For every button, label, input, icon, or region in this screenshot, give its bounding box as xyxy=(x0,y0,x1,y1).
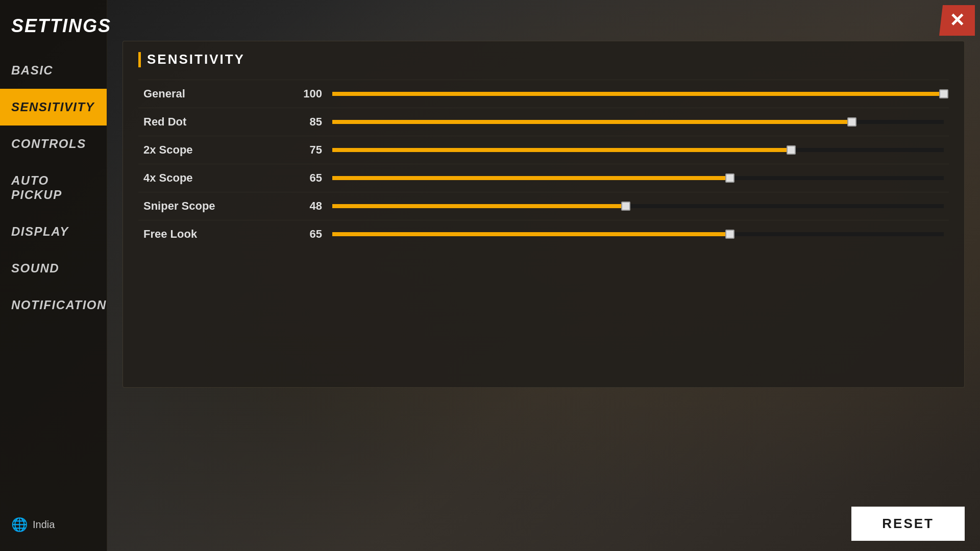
sidebar-item-basic[interactable]: BASIC xyxy=(0,52,107,89)
slider-value-4: 48 xyxy=(286,199,322,213)
sidebar-nav: BASICSENSITIVITYCONTROLSAUTO PICKUPDISPL… xyxy=(0,52,107,509)
slider-track-container-5 xyxy=(332,229,944,239)
slider-row-0: General100 xyxy=(138,80,949,108)
slider-track-container-4 xyxy=(332,201,944,211)
slider-label-5: Free Look xyxy=(143,228,286,241)
slider-row-3: 4x Scope65 xyxy=(138,164,949,192)
slider-track-container-1 xyxy=(332,117,944,127)
slider-thumb-5[interactable] xyxy=(725,230,734,239)
slider-track-3[interactable] xyxy=(332,176,944,180)
slider-thumb-0[interactable] xyxy=(939,89,948,98)
slider-row-1: Red Dot85 xyxy=(138,108,949,136)
sidebar-footer: 🌐 India xyxy=(0,509,107,541)
slider-thumb-3[interactable] xyxy=(725,173,734,183)
section-header: SENSITIVITY xyxy=(138,52,949,67)
slider-label-0: General xyxy=(143,87,286,101)
sidebar-item-auto-pickup[interactable]: AUTO PICKUP xyxy=(0,162,107,213)
slider-label-4: Sniper Scope xyxy=(143,199,286,213)
sidebar-item-sensitivity[interactable]: SENSITIVITY xyxy=(0,89,107,126)
slider-thumb-2[interactable] xyxy=(787,145,796,155)
slider-fill-5 xyxy=(332,232,730,236)
slider-fill-3 xyxy=(332,176,730,180)
slider-value-0: 100 xyxy=(286,87,322,101)
slider-track-5[interactable] xyxy=(332,232,944,236)
slider-label-3: 4x Scope xyxy=(143,171,286,185)
reset-button[interactable]: RESET xyxy=(851,507,965,541)
close-icon: ✕ xyxy=(949,10,965,31)
slider-row-5: Free Look65 xyxy=(138,220,949,248)
sidebar-item-notification[interactable]: NOTIFICATION xyxy=(0,287,107,323)
slider-row-4: Sniper Scope48 xyxy=(138,192,949,220)
slider-thumb-4[interactable] xyxy=(621,202,630,211)
slider-track-1[interactable] xyxy=(332,120,944,124)
slider-value-3: 65 xyxy=(286,171,322,185)
main-content: ✕ SENSITIVITY General100Red Dot852x Scop… xyxy=(107,0,980,551)
slider-label-1: Red Dot xyxy=(143,115,286,129)
sliders-container: General100Red Dot852x Scope754x Scope65S… xyxy=(138,80,949,248)
slider-track-0[interactable] xyxy=(332,92,944,96)
slider-track-container-3 xyxy=(332,173,944,183)
section-title-bar xyxy=(138,52,141,67)
slider-fill-4 xyxy=(332,204,626,208)
close-button[interactable]: ✕ xyxy=(939,5,975,36)
slider-row-2: 2x Scope75 xyxy=(138,136,949,164)
slider-value-1: 85 xyxy=(286,115,322,129)
slider-track-container-2 xyxy=(332,145,944,155)
slider-value-2: 75 xyxy=(286,143,322,157)
slider-track-4[interactable] xyxy=(332,204,944,208)
section-title-text: SENSITIVITY xyxy=(147,52,245,67)
slider-thumb-1[interactable] xyxy=(847,117,856,127)
slider-fill-0 xyxy=(332,92,944,96)
sidebar-item-sound[interactable]: SOUND xyxy=(0,250,107,287)
slider-track-container-0 xyxy=(332,89,944,99)
reset-label: RESET xyxy=(882,516,934,531)
settings-panel: SENSITIVITY General100Red Dot852x Scope7… xyxy=(122,41,965,388)
sidebar-item-controls[interactable]: CONTROLS xyxy=(0,126,107,162)
slider-label-2: 2x Scope xyxy=(143,143,286,157)
sidebar-item-display[interactable]: DISPLAY xyxy=(0,213,107,250)
slider-value-5: 65 xyxy=(286,228,322,241)
sidebar: SETTINGS BASICSENSITIVITYCONTROLSAUTO PI… xyxy=(0,0,107,551)
region-label: India xyxy=(33,519,55,531)
settings-title: SETTINGS xyxy=(0,5,107,52)
slider-fill-2 xyxy=(332,148,791,152)
globe-icon: 🌐 xyxy=(11,517,28,533)
slider-fill-1 xyxy=(332,120,852,124)
slider-track-2[interactable] xyxy=(332,148,944,152)
